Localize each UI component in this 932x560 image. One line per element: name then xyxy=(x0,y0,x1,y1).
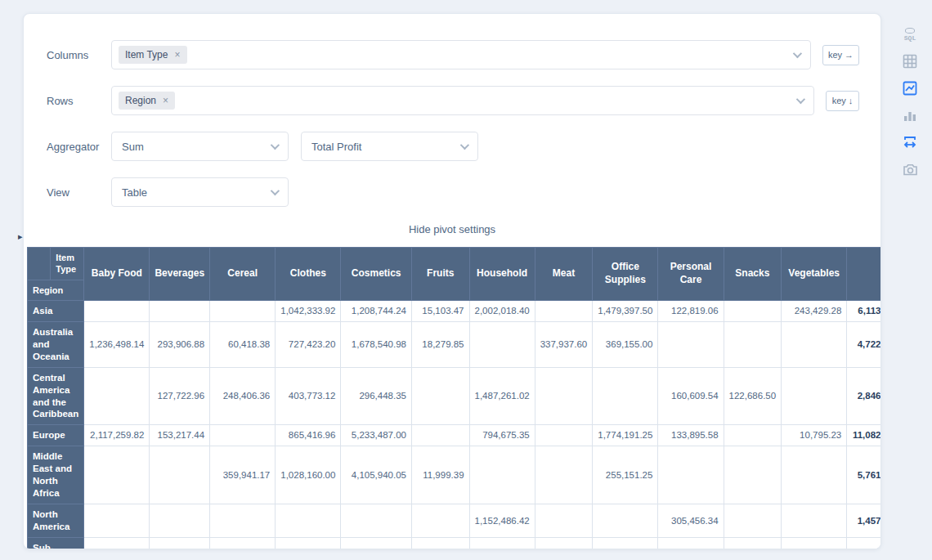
value-cell: 359,941.17 xyxy=(210,446,276,504)
row-axis-label: Region xyxy=(28,280,84,300)
columns-label: Columns xyxy=(47,49,111,61)
value-cell: 1,011,595.12 xyxy=(782,537,847,549)
column-header[interactable]: Cereal xyxy=(210,248,276,301)
view-label: View xyxy=(47,186,111,199)
remove-tag-icon[interactable]: × xyxy=(174,50,180,60)
columns-control-row: Columns Item Type × key → xyxy=(24,40,880,69)
value-cell: 4,105,940.05 xyxy=(341,446,412,504)
value-cell xyxy=(593,504,658,538)
value-cell xyxy=(210,300,276,321)
chevron-down-icon[interactable] xyxy=(271,186,280,195)
value-cell xyxy=(341,504,412,538)
value-cell xyxy=(535,300,593,321)
view-select[interactable]: Table xyxy=(111,177,289,207)
columns-tag: Item Type × xyxy=(119,46,187,64)
row-total-cell: 4,722,160.03 xyxy=(847,321,881,367)
row-header[interactable]: Central America and the Caribbean xyxy=(28,367,84,425)
value-cell xyxy=(782,367,847,425)
value-cell: 369,155.00 xyxy=(593,321,658,367)
columns-select[interactable]: Item Type × xyxy=(111,40,811,69)
row-header[interactable]: North America xyxy=(28,504,84,538)
row-header[interactable]: Australia and Oceania xyxy=(28,321,84,367)
value-cell: 337,937.60 xyxy=(535,321,593,367)
row-total-cell: 11,082,938.63 xyxy=(847,425,881,446)
aggregator-control-row: Aggregator Sum Total Profit xyxy=(24,132,880,161)
value-cell: 248,406.36 xyxy=(210,367,276,425)
histogram-icon[interactable] xyxy=(900,105,920,125)
value-cell xyxy=(535,504,593,538)
rows-select[interactable]: Region × xyxy=(111,86,814,115)
column-header[interactable]: Meat xyxy=(535,248,593,301)
row-header[interactable]: Sub-Saharan Africa xyxy=(28,537,84,549)
chevron-down-icon[interactable] xyxy=(796,95,805,104)
row-header[interactable]: Middle East and North Africa xyxy=(28,446,84,504)
pivot-table-wrap: Item TypeBaby FoodBeveragesCerealClothes… xyxy=(24,247,880,549)
aggregator-select[interactable]: Sum xyxy=(111,132,289,161)
value-cell: 293,906.88 xyxy=(150,321,210,367)
value-cell: 2,051,688.75 xyxy=(593,537,658,549)
column-header[interactable]: Beverages xyxy=(150,248,210,301)
value-cell xyxy=(84,446,150,504)
chevron-down-icon[interactable] xyxy=(460,141,469,150)
value-cell: 794,675.35 xyxy=(469,425,535,446)
column-header[interactable]: Vegetables xyxy=(782,248,847,301)
column-header[interactable]: Household xyxy=(469,248,535,301)
aggregator-label: Aggregator xyxy=(47,141,111,153)
value-cell: 1,166,227.20 xyxy=(276,537,341,549)
row-header[interactable]: Asia xyxy=(28,300,84,321)
value-cell xyxy=(210,425,276,446)
sql-icon-label: SQL xyxy=(904,34,916,42)
row-header[interactable]: Europe xyxy=(28,425,84,446)
columns-key-button[interactable]: key → xyxy=(822,45,859,65)
value-cell: 11,999.39 xyxy=(411,446,469,504)
column-header[interactable]: Office Supplies xyxy=(593,248,658,301)
table-row: Middle East and North Africa359,941.171,… xyxy=(28,446,882,504)
value-cell xyxy=(782,446,847,504)
value-cell: 133,895.58 xyxy=(658,425,724,446)
value-cell: 1,487,261.02 xyxy=(469,367,535,425)
transpose-icon[interactable] xyxy=(900,132,920,152)
aggregator-field-select[interactable]: Total Profit xyxy=(301,132,478,161)
column-header[interactable]: Clothes xyxy=(276,248,341,301)
value-cell: 1,479,397.50 xyxy=(593,300,658,321)
remove-tag-icon[interactable]: × xyxy=(163,96,168,105)
rows-tag: Region × xyxy=(119,92,175,110)
value-cell: 272,672.40 xyxy=(535,537,593,549)
value-cell: 10,795.23 xyxy=(782,425,847,446)
table-row: Sub-Saharan Africa532,885.74313,200.001,… xyxy=(28,537,882,549)
table-icon[interactable] xyxy=(900,52,920,71)
chart-icon[interactable] xyxy=(900,78,920,98)
sql-icon[interactable]: SQL xyxy=(900,25,920,44)
value-cell xyxy=(150,300,210,321)
table-row: Europe2,117,259.82153,217.44865,416.965,… xyxy=(28,425,882,446)
value-cell: 1,042,333.92 xyxy=(276,300,341,321)
value-cell xyxy=(782,321,847,367)
camera-icon[interactable] xyxy=(900,159,920,179)
column-axis-label: Item Type xyxy=(51,248,84,280)
column-header[interactable]: Baby Food xyxy=(84,248,150,301)
view-value: Table xyxy=(122,186,147,199)
chevron-down-icon[interactable] xyxy=(271,141,280,150)
value-cell: 305,456.34 xyxy=(658,504,724,538)
value-cell xyxy=(276,504,341,538)
value-cell xyxy=(469,321,535,367)
key-label: key xyxy=(828,50,842,60)
value-cell xyxy=(535,425,593,446)
value-cell: 5,233,487.00 xyxy=(341,425,412,446)
rows-key-button[interactable]: key ↓ xyxy=(826,91,859,111)
column-header[interactable]: Fruits xyxy=(411,248,469,301)
hide-pivot-settings-link[interactable]: Hide pivot settings xyxy=(24,223,880,235)
value-cell: 18,279.85 xyxy=(411,321,469,367)
value-cell: 2,002,018.40 xyxy=(469,300,535,321)
table-row: Asia1,042,333.921,208,744.2415,103.472,0… xyxy=(28,300,882,321)
column-header[interactable]: Cosmetics xyxy=(341,248,412,301)
rows-label: Rows xyxy=(47,95,111,107)
arrow-right-icon: → xyxy=(845,50,854,60)
value-cell xyxy=(210,504,276,538)
chevron-down-icon[interactable] xyxy=(793,49,802,58)
panel-toggle-arrow-icon[interactable]: ▸ xyxy=(18,231,23,242)
column-header[interactable]: Snacks xyxy=(724,248,782,301)
value-cell: 2,117,259.82 xyxy=(84,425,150,446)
row-total-cell: 2,846,907.85 xyxy=(847,367,881,425)
column-header[interactable]: Personal Care xyxy=(658,248,724,301)
